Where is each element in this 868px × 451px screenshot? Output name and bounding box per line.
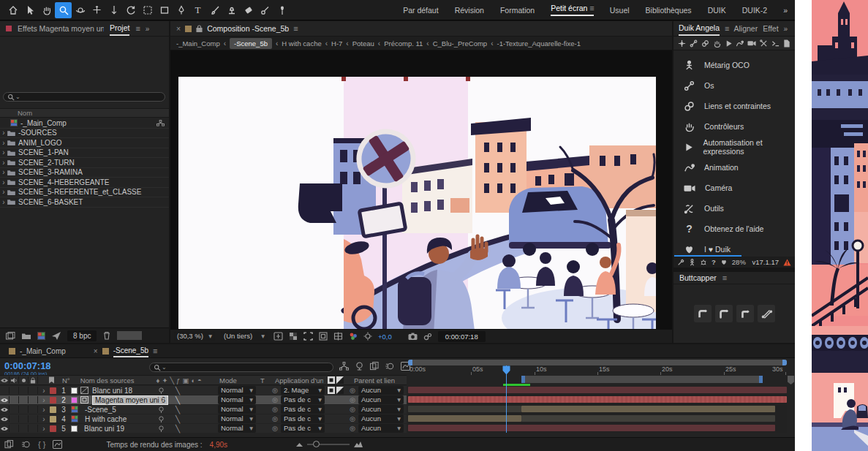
tab-effets[interactable]: Effet xyxy=(763,24,778,33)
project-item-folder[interactable]: ›SCENE_1-PAN xyxy=(0,148,169,159)
expand-arrow[interactable]: › xyxy=(38,387,50,395)
layer-name[interactable]: Blanc uni 19 xyxy=(84,425,124,433)
layer-bar-4[interactable] xyxy=(408,415,521,422)
zoom-in-mountain-icon[interactable] xyxy=(354,441,363,448)
matte-pickwhip-icon[interactable]: ◎ xyxy=(272,387,278,394)
timeline-scrollbar[interactable] xyxy=(408,360,787,365)
matte-pickwhip-icon[interactable]: ◎ xyxy=(272,396,278,403)
terminal-icon[interactable] xyxy=(771,39,780,48)
panel-overflow-icon[interactable]: » xyxy=(146,25,150,33)
butt-cap-button[interactable] xyxy=(694,305,712,322)
tab-duik-angela[interactable]: Duik Angela xyxy=(679,21,720,36)
file-icon[interactable] xyxy=(783,39,790,48)
panel-menu-icon[interactable]: ≡ xyxy=(722,273,726,282)
frame-blending-icon[interactable] xyxy=(370,362,379,371)
breadcrumb-item[interactable]: -1-Texture_Aquarelle-fixe-1 xyxy=(497,39,581,48)
eraser-tool-icon[interactable] xyxy=(240,2,257,18)
pan-behind-tool-icon[interactable] xyxy=(139,2,156,18)
show-snapshot-icon[interactable] xyxy=(423,333,432,341)
panel-menu-icon[interactable]: ≡ xyxy=(153,346,156,355)
quality-toggle[interactable]: ╲ xyxy=(176,425,180,433)
brush-tool-icon[interactable] xyxy=(206,2,223,18)
workspace-tab[interactable]: DUIK xyxy=(708,6,726,15)
parent-dropdown[interactable]: Aucun▾ xyxy=(358,405,404,414)
project-item-composition[interactable]: -_Main_Comp xyxy=(0,118,169,129)
layer-label-color[interactable] xyxy=(50,397,56,403)
breadcrumb-item[interactable]: -_Main_Comp xyxy=(176,39,220,48)
shape-tool-icon[interactable] xyxy=(156,2,173,18)
layer-row-2-selected[interactable]: › 2 Magenta moyen uni 6 ╲ Normal▾ ◎ Pas … xyxy=(0,395,407,404)
quality-toggle[interactable]: ╲ xyxy=(176,396,180,404)
duik-item-liens[interactable]: Liens et contraintes xyxy=(673,96,795,116)
work-area-start-handle[interactable] xyxy=(521,376,525,383)
workspace-tab[interactable]: Par défaut xyxy=(403,6,438,15)
help-icon[interactable]: ? xyxy=(712,258,716,266)
layer-bar-track-area[interactable] xyxy=(408,386,787,433)
workspace-tab[interactable]: Formation xyxy=(500,6,535,15)
blend-mode-dropdown[interactable]: Normal▾ xyxy=(218,405,256,414)
dolly-camera-tool-icon[interactable] xyxy=(105,2,122,18)
workspace-overflow-button[interactable]: » xyxy=(783,6,788,15)
breadcrumb-item[interactable]: H with cache xyxy=(282,39,321,48)
track-matte-dropdown[interactable]: Pas de c▾ xyxy=(281,405,325,414)
pan-camera-tool-icon[interactable] xyxy=(88,2,105,18)
layer-name[interactable]: Blanc uni 18 xyxy=(92,387,132,395)
matte-pickwhip-icon[interactable]: ◎ xyxy=(272,406,278,413)
project-item-folder[interactable]: ›SCENE_5-REFERENTE_et_CLASSE xyxy=(0,188,169,198)
current-timecode[interactable]: 0:00:07:18 xyxy=(4,360,51,371)
parent-pickwhip-icon[interactable]: ◎ xyxy=(350,406,355,413)
layer-label-color[interactable] xyxy=(50,425,56,432)
eye-toggle-on[interactable] xyxy=(0,425,10,432)
matte-type-toggles[interactable] xyxy=(328,387,344,394)
panel-menu-icon[interactable]: ≡ xyxy=(725,24,728,33)
quality-toggle[interactable]: ╲ xyxy=(176,387,180,395)
brainstorm-icon[interactable]: { } xyxy=(38,440,45,449)
blend-mode-dropdown[interactable]: Normal▾ xyxy=(218,414,256,423)
duik-item-os[interactable]: Os xyxy=(673,75,795,96)
scrollbar-right-handle[interactable] xyxy=(782,360,787,365)
clone-stamp-tool-icon[interactable] xyxy=(223,2,240,18)
layer-label-color[interactable] xyxy=(50,406,56,413)
stroke-settings-button[interactable] xyxy=(758,305,775,322)
snapshot-camera-icon[interactable] xyxy=(408,333,418,340)
parent-pickwhip-icon[interactable]: ◎ xyxy=(350,387,355,394)
expand-arrow[interactable]: › xyxy=(38,396,50,404)
home-icon[interactable] xyxy=(4,2,21,18)
close-icon[interactable]: × xyxy=(94,347,98,355)
composition-canvas[interactable] xyxy=(178,77,656,329)
timeline-search[interactable]: ⌄ xyxy=(149,363,333,372)
hand-tool-icon[interactable] xyxy=(38,2,55,18)
new-composition-icon[interactable] xyxy=(37,332,45,340)
layer-row-3[interactable]: › 3 -Scene_5 ╲ Normal▾ ◎ Pas de c▾ ◎ Auc… xyxy=(0,405,407,414)
motion-blur-icon[interactable] xyxy=(385,362,394,371)
shy-toggle[interactable] xyxy=(158,406,165,413)
layer-bar-3-pre[interactable] xyxy=(408,406,521,412)
composition-viewer[interactable] xyxy=(170,50,672,329)
shy-toggle[interactable] xyxy=(158,397,165,403)
footage-icon[interactable] xyxy=(6,332,15,340)
quality-toggle[interactable]: ╲ xyxy=(176,406,180,414)
resolution-dropdown[interactable]: (Un tiers)▾ xyxy=(221,332,268,341)
expand-arrow[interactable]: › xyxy=(38,415,50,423)
warning-icon[interactable] xyxy=(783,259,791,266)
new-folder-icon[interactable] xyxy=(22,333,31,339)
blend-mode-dropdown[interactable]: Normal▾ xyxy=(218,424,256,433)
round-cap-button[interactable] xyxy=(715,305,733,322)
breadcrumb-item[interactable]: C_Blu-_PreComp xyxy=(433,39,487,48)
parent-pickwhip-icon[interactable]: ◎ xyxy=(350,396,355,403)
bone-icon[interactable] xyxy=(690,39,698,48)
panel-overflow-icon[interactable]: » xyxy=(784,25,788,33)
bug-report-icon[interactable] xyxy=(700,259,707,266)
graph-editor-toggle-icon[interactable] xyxy=(53,440,62,449)
interpret-footage-icon[interactable] xyxy=(52,332,61,340)
puppet-pin-tool-icon[interactable] xyxy=(273,2,290,18)
workspace-tab[interactable]: Bibliothèques xyxy=(646,6,692,15)
layer-label-color[interactable] xyxy=(50,387,56,394)
pen-tool-icon[interactable] xyxy=(173,2,189,18)
exposure-value[interactable]: +0,0 xyxy=(378,333,392,341)
duik-item-controleurs[interactable]: Contrôleurs xyxy=(673,116,795,137)
matte-pickwhip-icon[interactable]: ◎ xyxy=(272,415,278,422)
tools-icon[interactable] xyxy=(760,39,768,48)
eye-toggle-off[interactable] xyxy=(0,387,10,394)
roto-brush-tool-icon[interactable] xyxy=(257,2,273,18)
